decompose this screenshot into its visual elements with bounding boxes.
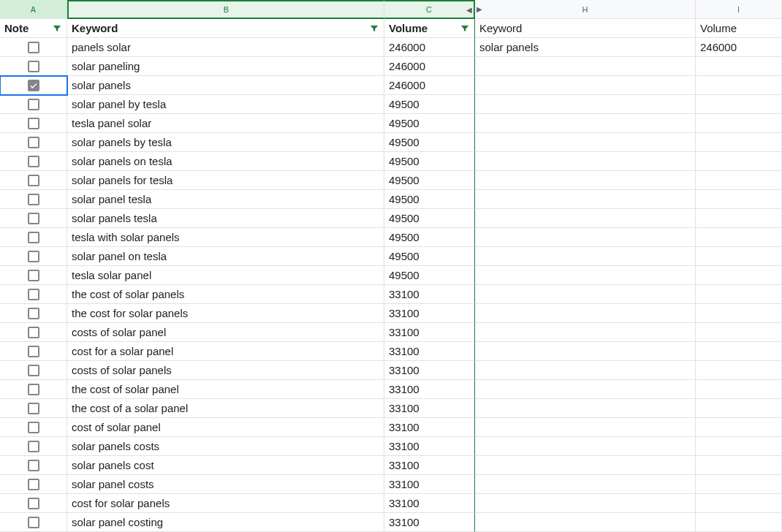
- cell-volume[interactable]: 246000: [384, 57, 475, 76]
- cell-keyword2[interactable]: [475, 190, 696, 209]
- cell-note[interactable]: [0, 76, 67, 95]
- cell-note[interactable]: [0, 171, 67, 190]
- cell-volume2[interactable]: [696, 456, 782, 475]
- cell-keyword[interactable]: cost for a solar panel: [67, 342, 384, 361]
- cell-note[interactable]: [0, 456, 67, 475]
- column-header-B[interactable]: B: [67, 0, 384, 19]
- checkbox[interactable]: [28, 99, 39, 110]
- cell-volume2[interactable]: [696, 171, 782, 190]
- cell-keyword[interactable]: the cost for solar panels: [67, 304, 384, 323]
- cell-volume2[interactable]: [696, 437, 782, 456]
- cell-volume[interactable]: 33100: [384, 285, 475, 304]
- cell-volume2[interactable]: [696, 95, 782, 114]
- cell-volume2[interactable]: [696, 209, 782, 228]
- cell-keyword2[interactable]: [475, 228, 696, 247]
- cell-volume2[interactable]: [696, 475, 782, 494]
- cell-keyword[interactable]: the cost of solar panel: [67, 380, 384, 399]
- cell-keyword[interactable]: solar panel costing: [67, 513, 384, 532]
- cell-keyword[interactable]: cost for solar panels: [67, 494, 384, 513]
- checkbox[interactable]: [28, 441, 39, 452]
- header-keyword2[interactable]: Keyword: [475, 19, 696, 38]
- checkbox[interactable]: [28, 479, 39, 490]
- cell-volume2[interactable]: [696, 114, 782, 133]
- cell-note[interactable]: [0, 133, 67, 152]
- cell-volume2[interactable]: [696, 304, 782, 323]
- cell-volume2[interactable]: [696, 152, 782, 171]
- cell-volume2[interactable]: [696, 342, 782, 361]
- cell-keyword2[interactable]: [475, 76, 696, 95]
- column-header-A[interactable]: A: [0, 0, 67, 19]
- cell-keyword[interactable]: solar panels: [67, 76, 384, 95]
- cell-volume[interactable]: 33100: [384, 494, 475, 513]
- cell-keyword[interactable]: the cost of a solar panel: [67, 399, 384, 418]
- cell-keyword[interactable]: tesla solar panel: [67, 266, 384, 285]
- cell-keyword[interactable]: solar paneling: [67, 57, 384, 76]
- cell-keyword2[interactable]: [475, 95, 696, 114]
- cell-volume[interactable]: 33100: [384, 380, 475, 399]
- cell-keyword2[interactable]: [475, 399, 696, 418]
- cell-keyword[interactable]: solar panels for tesla: [67, 171, 384, 190]
- cell-volume[interactable]: 33100: [384, 399, 475, 418]
- cell-note[interactable]: [0, 228, 67, 247]
- cell-volume2[interactable]: [696, 418, 782, 437]
- cell-keyword2[interactable]: [475, 494, 696, 513]
- cell-keyword[interactable]: cost of solar panel: [67, 418, 384, 437]
- cell-volume2[interactable]: [696, 133, 782, 152]
- cell-note[interactable]: [0, 304, 67, 323]
- header-note[interactable]: Note: [0, 19, 67, 38]
- cell-note[interactable]: [0, 437, 67, 456]
- cell-volume2[interactable]: [696, 228, 782, 247]
- cell-keyword2[interactable]: [475, 171, 696, 190]
- cell-volume2[interactable]: [696, 399, 782, 418]
- cell-keyword2[interactable]: [475, 266, 696, 285]
- cell-volume[interactable]: 33100: [384, 456, 475, 475]
- cell-keyword[interactable]: solar panel tesla: [67, 190, 384, 209]
- cell-volume[interactable]: 33100: [384, 361, 475, 380]
- cell-keyword[interactable]: tesla panel solar: [67, 114, 384, 133]
- cell-keyword2[interactable]: [475, 342, 696, 361]
- checkbox[interactable]: [28, 498, 39, 509]
- cell-keyword2[interactable]: [475, 133, 696, 152]
- checkbox[interactable]: [28, 137, 39, 148]
- cell-volume[interactable]: 49500: [384, 247, 475, 266]
- cell-keyword2[interactable]: [475, 209, 696, 228]
- cell-volume[interactable]: 246000: [384, 76, 475, 95]
- checkbox[interactable]: [28, 365, 39, 376]
- cell-note[interactable]: [0, 361, 67, 380]
- cell-keyword2[interactable]: [475, 475, 696, 494]
- cell-volume[interactable]: 33100: [384, 437, 475, 456]
- cell-keyword2[interactable]: [475, 437, 696, 456]
- checkbox[interactable]: [28, 327, 39, 338]
- cell-note[interactable]: [0, 247, 67, 266]
- cell-volume[interactable]: 33100: [384, 342, 475, 361]
- cell-keyword[interactable]: solar panel on tesla: [67, 247, 384, 266]
- checkbox[interactable]: [28, 80, 39, 91]
- checkbox[interactable]: [28, 251, 39, 262]
- cell-keyword2[interactable]: [475, 456, 696, 475]
- checkbox[interactable]: [28, 213, 39, 224]
- cell-note[interactable]: [0, 266, 67, 285]
- cell-keyword2[interactable]: [475, 418, 696, 437]
- cell-volume[interactable]: 49500: [384, 114, 475, 133]
- cell-keyword[interactable]: tesla with solar panels: [67, 228, 384, 247]
- column-header-C[interactable]: C◀: [384, 0, 475, 19]
- checkbox[interactable]: [28, 232, 39, 243]
- checkbox[interactable]: [28, 270, 39, 281]
- checkbox[interactable]: [28, 156, 39, 167]
- cell-volume2[interactable]: [696, 513, 782, 532]
- checkbox[interactable]: [28, 460, 39, 471]
- cell-note[interactable]: [0, 209, 67, 228]
- cell-volume[interactable]: 49500: [384, 95, 475, 114]
- cell-keyword2[interactable]: [475, 304, 696, 323]
- cell-volume2[interactable]: [696, 380, 782, 399]
- cell-note[interactable]: [0, 57, 67, 76]
- cell-volume2[interactable]: [696, 361, 782, 380]
- checkbox[interactable]: [28, 194, 39, 205]
- cell-volume2[interactable]: [696, 190, 782, 209]
- checkbox[interactable]: [28, 403, 39, 414]
- cell-note[interactable]: [0, 494, 67, 513]
- header-keyword[interactable]: Keyword: [67, 19, 384, 38]
- cell-volume2[interactable]: 246000: [696, 38, 782, 57]
- cell-keyword[interactable]: solar panel costs: [67, 475, 384, 494]
- cell-volume2[interactable]: [696, 266, 782, 285]
